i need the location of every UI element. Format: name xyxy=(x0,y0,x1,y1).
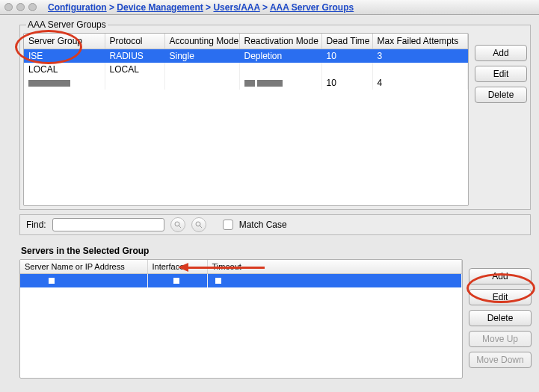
col-server-group[interactable]: Server Group xyxy=(24,34,105,49)
svg-line-3 xyxy=(200,225,202,228)
window-titlebar: Configuration > Device Management > User… xyxy=(0,0,539,15)
col-server-name[interactable]: Server Name or IP Address xyxy=(20,260,147,274)
breadcrumb-users-aaa[interactable]: Users/AAA xyxy=(213,2,259,13)
find-input[interactable] xyxy=(52,218,164,231)
close-icon[interactable] xyxy=(4,3,13,11)
servers-table[interactable]: Server Name or IP Address Interface Time… xyxy=(19,259,463,379)
breadcrumb: Configuration > Device Management > User… xyxy=(48,2,354,13)
breadcrumb-aaa-server-groups[interactable]: AAA Server Groups xyxy=(270,2,354,13)
breadcrumb-configuration[interactable]: Configuration xyxy=(48,2,107,13)
match-case-label: Match Case xyxy=(239,220,287,230)
edit-button[interactable]: Edit xyxy=(475,66,527,82)
servers-move-down-button[interactable]: Move Down xyxy=(469,352,532,368)
servers-add-button[interactable]: Add xyxy=(469,268,532,284)
col-max-failed[interactable]: Max Failed Attempts xyxy=(372,34,468,49)
svg-line-1 xyxy=(179,225,181,228)
table-row[interactable] xyxy=(20,274,462,288)
delete-button[interactable]: Delete xyxy=(475,87,527,103)
col-timeout[interactable]: Timeout xyxy=(207,260,462,274)
table-row[interactable]: LOCAL LOCAL xyxy=(24,63,468,76)
table-row[interactable]: 10 4 xyxy=(24,76,468,90)
servers-header-row: Server Name or IP Address Interface Time… xyxy=(20,260,462,274)
find-prev-icon[interactable] xyxy=(170,217,185,232)
col-reactivation-mode[interactable]: Reactivation Mode xyxy=(239,34,321,49)
servers-edit-button[interactable]: Edit xyxy=(469,289,532,305)
add-button[interactable]: Add xyxy=(475,45,527,61)
servers-move-up-button[interactable]: Move Up xyxy=(469,331,532,347)
table-row[interactable]: ISE RADIUS Single Depletion 10 3 xyxy=(24,49,468,63)
minimize-icon[interactable] xyxy=(16,3,25,11)
col-interface[interactable]: Interface xyxy=(147,260,207,274)
servers-section-title: Servers in the Selected Group xyxy=(21,246,532,256)
zoom-icon[interactable] xyxy=(28,3,37,11)
aaa-server-groups-title: AAA Server Groups xyxy=(26,19,108,30)
find-next-icon[interactable] xyxy=(191,217,206,232)
col-protocol[interactable]: Protocol xyxy=(105,34,164,49)
find-label: Find: xyxy=(26,220,46,230)
match-case-checkbox[interactable] xyxy=(223,220,233,230)
server-groups-header-row: Server Group Protocol Accounting Mode Re… xyxy=(24,34,468,49)
server-groups-table[interactable]: Server Group Protocol Accounting Mode Re… xyxy=(23,33,469,206)
aaa-server-groups-panel: AAA Server Groups Server Group Protocol … xyxy=(19,19,531,210)
col-accounting-mode[interactable]: Accounting Mode xyxy=(164,34,239,49)
col-dead-time[interactable]: Dead Time xyxy=(321,34,372,49)
breadcrumb-device-management[interactable]: Device Management xyxy=(117,2,203,13)
servers-delete-button[interactable]: Delete xyxy=(469,310,532,326)
find-bar: Find: Match Case xyxy=(19,214,531,235)
